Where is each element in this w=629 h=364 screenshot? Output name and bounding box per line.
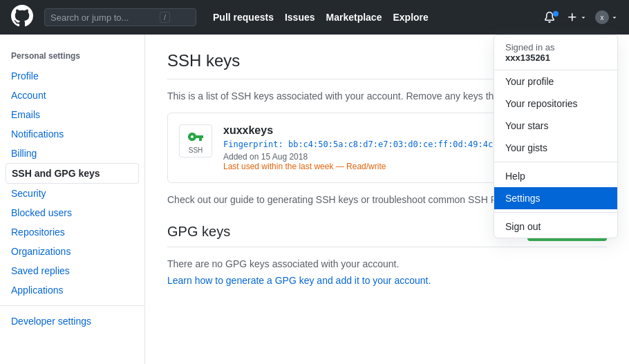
header-actions: x bbox=[544, 10, 618, 24]
sidebar-item-repositories[interactable]: Repositories bbox=[0, 222, 144, 242]
profile-menu-button[interactable]: x bbox=[595, 10, 618, 24]
dropdown-your-repositories[interactable]: Your repositories bbox=[494, 93, 617, 115]
dropdown-your-stars[interactable]: Your stars bbox=[494, 115, 617, 137]
slash-key-badge: / bbox=[160, 12, 170, 23]
ssh-label: SSH bbox=[189, 146, 203, 154]
sidebar-item-organizations[interactable]: Organizations bbox=[0, 242, 144, 261]
sidebar-item-profile[interactable]: Profile bbox=[0, 66, 144, 86]
sidebar-item-billing[interactable]: Billing bbox=[0, 144, 144, 163]
sidebar-item-applications[interactable]: Applications bbox=[0, 280, 144, 300]
sidebar-item-notifications[interactable]: Notifications bbox=[0, 124, 144, 144]
profile-dropdown: Signed in as xxx135261 Your profile Your… bbox=[494, 35, 618, 238]
sidebar-item-security[interactable]: Security bbox=[0, 184, 144, 203]
sidebar-item-account[interactable]: Account bbox=[0, 86, 144, 105]
ssh-key-icon: SSH bbox=[179, 124, 212, 157]
dropdown-username: xxx135261 bbox=[505, 52, 606, 63]
search-box[interactable]: / bbox=[44, 8, 196, 26]
gpg-learn-link[interactable]: Learn how to generate a GPG key and add … bbox=[167, 275, 431, 286]
dropdown-help[interactable]: Help bbox=[494, 165, 617, 187]
dropdown-divider-2 bbox=[494, 212, 617, 213]
nav-explore[interactable]: Explore bbox=[393, 12, 428, 23]
dropdown-sign-out[interactable]: Sign out bbox=[494, 215, 617, 238]
header-nav: Pull requests Issues Marketplace Explore bbox=[213, 12, 429, 23]
notifications-button[interactable] bbox=[544, 12, 558, 23]
sidebar-item-emails[interactable]: Emails bbox=[0, 105, 144, 124]
dropdown-settings[interactable]: Settings bbox=[494, 187, 617, 209]
sidebar-item-saved-replies[interactable]: Saved replies bbox=[0, 261, 144, 280]
add-button[interactable] bbox=[567, 12, 587, 23]
sidebar-item-ssh-gpg[interactable]: SSH and GPG keys bbox=[6, 163, 139, 184]
gpg-empty-text: There are no GPG keys associated with yo… bbox=[167, 258, 607, 269]
sidebar-heading: Personal settings bbox=[0, 46, 144, 66]
nav-marketplace[interactable]: Marketplace bbox=[326, 12, 382, 23]
sidebar: Personal settings Profile Account Emails… bbox=[0, 35, 145, 364]
nav-issues[interactable]: Issues bbox=[285, 12, 315, 23]
notification-dot bbox=[553, 11, 558, 17]
dropdown-divider-1 bbox=[494, 162, 617, 162]
nav-pull-requests[interactable]: Pull requests bbox=[213, 12, 274, 23]
sidebar-item-blocked-users[interactable]: Blocked users bbox=[0, 203, 144, 222]
avatar: x bbox=[595, 10, 609, 24]
search-input[interactable] bbox=[50, 12, 154, 23]
dropdown-your-gists[interactable]: Your gists bbox=[494, 137, 617, 159]
sidebar-divider bbox=[0, 305, 144, 306]
dropdown-your-profile[interactable]: Your profile bbox=[494, 70, 617, 93]
header: / Pull requests Issues Marketplace Explo… bbox=[0, 0, 629, 35]
github-logo-icon bbox=[11, 5, 33, 30]
dropdown-signed-in: Signed in as xxx135261 bbox=[494, 35, 617, 70]
gpg-title: GPG keys bbox=[167, 224, 230, 240]
sidebar-item-developer-settings[interactable]: Developer settings bbox=[0, 312, 144, 331]
